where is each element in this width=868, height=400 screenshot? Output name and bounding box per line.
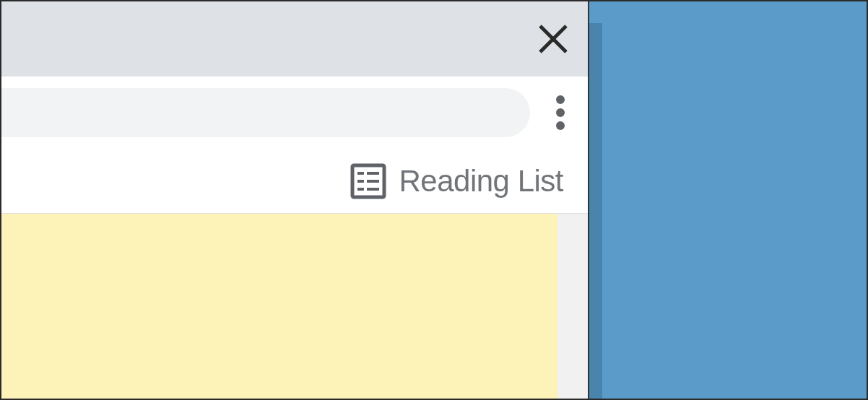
svg-rect-10 — [357, 188, 364, 191]
svg-rect-7 — [367, 172, 379, 175]
svg-point-4 — [556, 121, 565, 130]
reading-list-label: Reading List — [399, 164, 563, 199]
svg-rect-11 — [367, 188, 379, 191]
browser-window: Reading List — [1, 1, 589, 400]
browser-toolbar — [1, 77, 588, 149]
svg-point-2 — [556, 95, 565, 104]
more-vertical-icon — [556, 95, 565, 130]
svg-rect-9 — [367, 180, 379, 183]
reading-list-button[interactable]: Reading List — [350, 163, 563, 199]
bookmarks-bar: Reading List — [1, 149, 588, 214]
svg-rect-8 — [357, 180, 364, 183]
address-bar[interactable] — [0, 88, 530, 137]
page-content[interactable] — [1, 214, 557, 400]
window-titlebar — [1, 1, 588, 77]
reading-list-icon — [350, 163, 386, 199]
content-area — [1, 214, 588, 400]
close-button[interactable] — [531, 17, 575, 61]
svg-rect-6 — [357, 172, 364, 175]
vertical-scrollbar[interactable] — [557, 214, 588, 400]
svg-point-3 — [556, 108, 565, 117]
close-icon — [537, 23, 569, 55]
menu-button[interactable] — [546, 91, 575, 134]
